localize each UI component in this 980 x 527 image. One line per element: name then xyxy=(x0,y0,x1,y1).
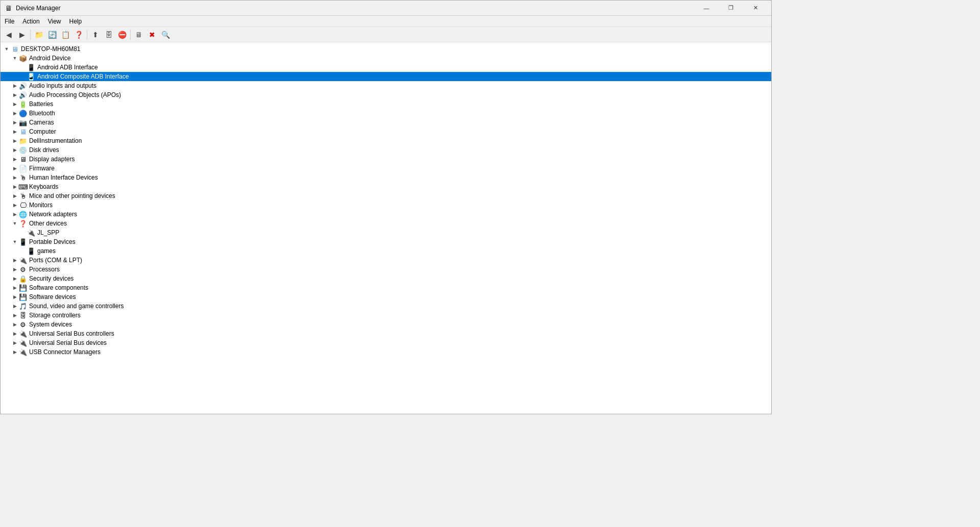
expand-computer[interactable]: ▶ xyxy=(11,128,19,136)
android-device-icon: 📦 xyxy=(19,54,27,62)
tree-row-network[interactable]: ▶ 🌐 Network adapters xyxy=(1,210,771,219)
monitors-label: Monitors xyxy=(29,202,53,209)
tree-row-portable[interactable]: ▼ 📱 Portable Devices xyxy=(1,237,771,246)
open-control-panel-button[interactable]: 🖥 xyxy=(133,29,145,41)
tree-row-software-devices[interactable]: ▶ 💾 Software devices xyxy=(1,292,771,302)
usb-controllers-icon: 🔌 xyxy=(19,330,27,338)
expand-usb-controllers[interactable]: ▶ xyxy=(11,330,19,338)
system-icon: ⚙ xyxy=(19,320,27,329)
portable-label: Portable Devices xyxy=(29,238,76,245)
menu-file[interactable]: File xyxy=(1,16,18,27)
tree-row-batteries[interactable]: ▶ 🔋 Batteries xyxy=(1,99,771,109)
close-button[interactable]: ✕ xyxy=(744,1,767,16)
expand-batteries[interactable]: ▶ xyxy=(11,100,19,108)
tree-row-processors[interactable]: ▶ ⚙ Processors xyxy=(1,265,771,274)
expand-audio-inputs[interactable]: ▶ xyxy=(11,82,19,90)
expand-sound[interactable]: ▶ xyxy=(11,302,19,310)
expand-storage[interactable]: ▶ xyxy=(11,311,19,319)
expand-hid[interactable]: ▶ xyxy=(11,173,19,182)
tree-row-jl-spp[interactable]: 🔌 JL_SPP xyxy=(1,228,771,237)
tree-row-usb-connectors[interactable]: ▶ 🔌 USB Connector Managers xyxy=(1,347,771,357)
tree-row-monitors[interactable]: ▶ 🖵 Monitors xyxy=(1,200,771,210)
expand-desktop[interactable]: ▼ xyxy=(3,45,11,53)
expand-dell[interactable]: ▶ xyxy=(11,137,19,145)
tree-row-sound[interactable]: ▶ 🎵 Sound, video and game controllers xyxy=(1,302,771,311)
scan-button[interactable]: 🔍 xyxy=(159,29,172,41)
expand-audio-processing[interactable]: ▶ xyxy=(11,91,19,99)
security-label: Security devices xyxy=(29,275,74,282)
expand-ports[interactable]: ▶ xyxy=(11,256,19,264)
tree-row-desktop[interactable]: ▼ 🖥 DESKTOP-MH60M81 xyxy=(1,44,771,54)
back-button[interactable]: ◀ xyxy=(3,29,15,41)
computer-icon: 🖥 xyxy=(19,128,27,136)
restore-button[interactable]: ❐ xyxy=(719,1,743,16)
tree-row-ports[interactable]: ▶ 🔌 Ports (COM & LPT) xyxy=(1,256,771,265)
expand-monitors[interactable]: ▶ xyxy=(11,201,19,209)
tree-row-hid[interactable]: ▶ 🖱 Human Interface Devices xyxy=(1,173,771,182)
tree-row-usb-devices[interactable]: ▶ 🔌 Universal Serial Bus devices xyxy=(1,338,771,347)
disconnect-button[interactable]: ⛔ xyxy=(116,29,128,41)
tree-row-display[interactable]: ▶ 🖥 Display adapters xyxy=(1,155,771,164)
tree-row-software-components[interactable]: ▶ 💾 Software components xyxy=(1,283,771,292)
tree-row-cameras[interactable]: ▶ 📷 Cameras xyxy=(1,118,771,127)
android-adb-label: Android ADB Interface xyxy=(37,64,98,71)
tree-row-android-adb[interactable]: 📱 Android ADB Interface xyxy=(1,63,771,72)
tree-row-audio-processing[interactable]: ▶ 🔊 Audio Processing Objects (APOs) xyxy=(1,90,771,99)
map-drive-button[interactable]: 🗄 xyxy=(103,29,115,41)
expand-software-components[interactable]: ▶ xyxy=(11,284,19,292)
audio-inputs-icon: 🔊 xyxy=(19,82,27,90)
expand-disk-drives[interactable]: ▶ xyxy=(11,146,19,154)
expand-network[interactable]: ▶ xyxy=(11,210,19,218)
help-button[interactable]: ❓ xyxy=(72,29,85,41)
mice-icon: 🖱 xyxy=(19,192,27,200)
tree-row-firmware[interactable]: ▶ 📄 Firmware xyxy=(1,164,771,173)
expand-usb-devices[interactable]: ▶ xyxy=(11,339,19,347)
tree-row-disk-drives[interactable]: ▶ 💿 Disk drives xyxy=(1,145,771,155)
tree-row-android-composite[interactable]: 📱 Android Composite ADB Interface xyxy=(1,72,771,81)
sound-label: Sound, video and game controllers xyxy=(29,303,124,310)
properties-button[interactable]: 📋 xyxy=(59,29,71,41)
tree-row-system[interactable]: ▶ ⚙ System devices xyxy=(1,320,771,329)
tree-row-mice[interactable]: ▶ 🖱 Mice and other pointing devices xyxy=(1,191,771,200)
menu-help[interactable]: Help xyxy=(65,16,86,27)
tree-row-bluetooth[interactable]: ▶ 🔵 Bluetooth xyxy=(1,109,771,118)
tree-row-android-device[interactable]: ▼ 📦 Android Device xyxy=(1,54,771,63)
tree-row-games[interactable]: 📱 games xyxy=(1,246,771,256)
refresh-button[interactable]: 🔄 xyxy=(46,29,58,41)
expand-portable[interactable]: ▼ xyxy=(11,238,19,246)
menu-view[interactable]: View xyxy=(44,16,65,27)
up-button[interactable]: ⬆ xyxy=(89,29,102,41)
expand-firmware[interactable]: ▶ xyxy=(11,164,19,172)
expand-usb-connectors[interactable]: ▶ xyxy=(11,348,19,356)
forward-button[interactable]: ▶ xyxy=(16,29,28,41)
delete-button[interactable]: ✖ xyxy=(146,29,158,41)
expand-processors[interactable]: ▶ xyxy=(11,265,19,273)
expand-android-device[interactable]: ▼ xyxy=(11,54,19,62)
expand-security[interactable]: ▶ xyxy=(11,274,19,283)
firmware-icon: 📄 xyxy=(19,164,27,172)
title-bar-controls: — ❐ ✕ xyxy=(695,1,767,16)
expand-software-devices[interactable]: ▶ xyxy=(11,293,19,301)
tree-row-other-devices[interactable]: ▼ ❓ Other devices xyxy=(1,219,771,228)
disk-drives-icon: 💿 xyxy=(19,146,27,154)
tree-row-storage[interactable]: ▶ 🗄 Storage controllers xyxy=(1,311,771,320)
tree-row-security[interactable]: ▶ 🔒 Security devices xyxy=(1,274,771,283)
menu-action[interactable]: Action xyxy=(18,16,43,27)
show-hide-button[interactable]: 📁 xyxy=(33,29,45,41)
expand-display[interactable]: ▶ xyxy=(11,155,19,163)
display-label: Display adapters xyxy=(29,156,75,163)
expand-mice[interactable]: ▶ xyxy=(11,192,19,200)
expand-other-devices[interactable]: ▼ xyxy=(11,219,19,228)
firmware-label: Firmware xyxy=(29,165,55,172)
tree-row-computer[interactable]: ▶ 🖥 Computer xyxy=(1,127,771,136)
tree-row-usb-controllers[interactable]: ▶ 🔌 Universal Serial Bus controllers xyxy=(1,329,771,338)
tree-row-audio-inputs[interactable]: ▶ 🔊 Audio inputs and outputs xyxy=(1,81,771,90)
expand-bluetooth[interactable]: ▶ xyxy=(11,109,19,117)
minimize-button[interactable]: — xyxy=(695,1,718,16)
tree-row-dell[interactable]: ▶ 📁 DellInstrumentation xyxy=(1,136,771,145)
expand-cameras[interactable]: ▶ xyxy=(11,118,19,127)
expand-system[interactable]: ▶ xyxy=(11,320,19,329)
tree-row-keyboards[interactable]: ▶ ⌨ Keyboards xyxy=(1,182,771,191)
usb-connectors-icon: 🔌 xyxy=(19,348,27,356)
menu-bar: File Action View Help xyxy=(1,16,771,27)
